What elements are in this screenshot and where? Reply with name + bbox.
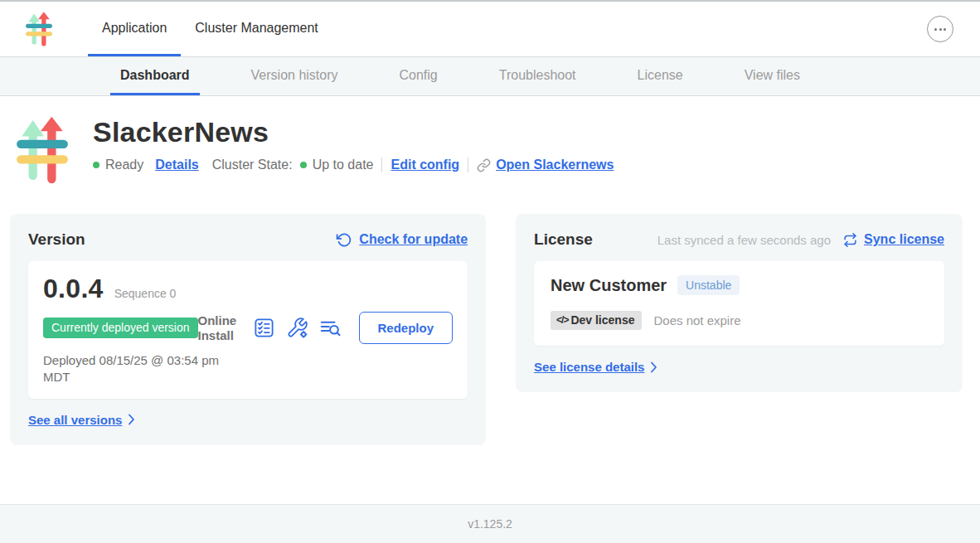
last-synced-text: Last synced a few seconds ago: [657, 233, 831, 247]
version-number: 0.0.4: [43, 274, 104, 304]
sync-icon: [843, 233, 857, 247]
see-all-versions[interactable]: See all versions: [28, 413, 468, 427]
refresh-icon: [336, 232, 352, 248]
dashboard-cards: Version Check for update 0.0.4: [0, 184, 980, 445]
redeploy-button[interactable]: Redeploy: [359, 312, 454, 344]
app-icon: [15, 116, 70, 184]
chevron-right-icon: [650, 361, 657, 373]
check-for-update-link: Check for update: [359, 232, 468, 247]
preflight-checks-button[interactable]: [253, 317, 275, 339]
view-config-button[interactable]: [286, 317, 308, 339]
link-icon: [477, 158, 491, 172]
sync-license-link: Sync license: [864, 232, 944, 247]
app-status-row: Ready Details Cluster State: Up to date …: [93, 158, 614, 172]
tab-version-history[interactable]: Version history: [241, 57, 348, 95]
tab-config[interactable]: Config: [390, 57, 448, 95]
see-license-details[interactable]: See license details: [534, 360, 944, 374]
current-version-panel: 0.0.4 Sequence 0 Currently deployed vers…: [28, 261, 468, 399]
sync-license[interactable]: Sync license: [843, 232, 944, 247]
version-card-title: Version: [28, 230, 85, 249]
app-header: SlackerNews Ready Details Cluster State:…: [0, 96, 980, 184]
license-type-label: Dev license: [570, 313, 634, 327]
license-panel: New Customer Unstable </> Dev license Do…: [534, 261, 944, 346]
tab-view-files[interactable]: View files: [735, 57, 810, 95]
license-card: License Last synced a few seconds ago: [516, 214, 963, 392]
app-status-text: Ready: [105, 158, 143, 172]
console-version: v1.125.2: [468, 517, 512, 531]
logs-search-icon: [319, 317, 342, 339]
check-for-update[interactable]: Check for update: [336, 232, 468, 248]
cluster-state-label: Cluster State:: [212, 158, 293, 172]
install-type-label: Online Install: [198, 313, 240, 342]
tab-application[interactable]: Application: [88, 2, 181, 56]
sequence-label: Sequence 0: [114, 287, 177, 300]
app-sub-nav: Dashboard Version history Config Trouble…: [0, 56, 980, 96]
code-icon: </>: [556, 314, 568, 326]
license-expiry: Does not expire: [653, 313, 740, 327]
details-link[interactable]: Details: [155, 158, 198, 172]
edit-config-link[interactable]: Edit config: [391, 158, 459, 172]
open-app-label: Open Slackernews: [496, 158, 614, 172]
channel-badge: Unstable: [677, 275, 740, 295]
top-nav-tabs: Application Cluster Management: [88, 2, 332, 56]
deployed-timestamp: Deployed 08/15/25 @ 03:54 pm MDT: [43, 352, 230, 385]
view-logs-button[interactable]: [319, 317, 342, 339]
more-options-button[interactable]: [927, 16, 953, 42]
see-all-versions-link: See all versions: [28, 413, 122, 427]
chevron-right-icon: [128, 414, 135, 425]
customer-name: New Customer: [551, 276, 667, 295]
divider: [381, 158, 382, 172]
app-status-dot: [93, 162, 99, 168]
tab-license[interactable]: License: [628, 57, 693, 95]
deployed-status-badge: Currently deployed version: [43, 318, 198, 338]
license-card-title: License: [534, 230, 593, 249]
cluster-status-dot: [300, 162, 307, 168]
checklist-icon: [253, 317, 275, 339]
tab-cluster-management[interactable]: Cluster Management: [181, 2, 332, 56]
see-license-details-link: See license details: [534, 360, 644, 374]
ellipsis-icon: [934, 28, 937, 31]
open-app-link[interactable]: Open Slackernews: [477, 158, 614, 172]
divider: [468, 158, 468, 172]
wrench-gear-icon: [286, 317, 308, 339]
license-type-badge: </> Dev license: [551, 311, 642, 330]
admin-console-page: Application Cluster Management Dashboard…: [0, 0, 980, 543]
tab-troubleshoot[interactable]: Troubleshoot: [489, 57, 586, 95]
console-footer: v1.125.2: [0, 504, 980, 543]
top-nav: Application Cluster Management: [0, 2, 980, 56]
version-card: Version Check for update 0.0.4: [10, 214, 486, 445]
page-title: SlackerNews: [93, 116, 614, 148]
tab-dashboard[interactable]: Dashboard: [110, 57, 200, 95]
dashboard-main: SlackerNews Ready Details Cluster State:…: [0, 96, 980, 504]
cluster-state-text: Up to date: [313, 158, 374, 172]
slackernews-logo-icon: [25, 12, 53, 46]
